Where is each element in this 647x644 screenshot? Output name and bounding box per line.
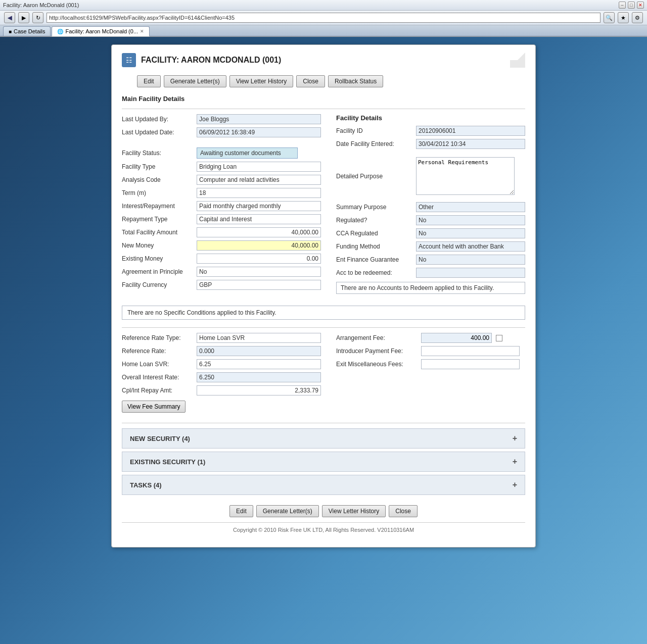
close-button[interactable]: Close — [296, 75, 325, 87]
maximize-button[interactable]: □ — [628, 2, 635, 9]
ent-finance-value[interactable] — [416, 255, 525, 265]
arrangement-fee-checkbox[interactable] — [496, 335, 502, 341]
analysis-code-row: Analysis Code — [122, 175, 321, 185]
last-updated-by-row: Last Updated By: — [122, 114, 321, 124]
fee-section: Arrangement Fee: Introducer Payment Fee:… — [326, 333, 525, 413]
last-updated-by-value[interactable] — [197, 114, 321, 124]
conditions-box: There are no Specific Conditions applied… — [122, 306, 525, 320]
facility-id-value[interactable] — [416, 126, 525, 136]
favorites-icon[interactable]: ★ — [618, 12, 629, 23]
ref-rate-type-row: Reference Rate Type: — [122, 333, 321, 343]
footer-close-button[interactable]: Close — [389, 505, 418, 517]
ref-rate-value[interactable] — [197, 346, 321, 356]
footer-edit-button[interactable]: Edit — [229, 505, 253, 517]
address-bar: ◀ ▶ ↻ 🔍 ★ ⚙ — [0, 11, 647, 25]
accordion-existing-security[interactable]: EXISTING SECURITY (1) + — [122, 452, 525, 472]
edit-button[interactable]: Edit — [137, 75, 161, 87]
cca-value[interactable] — [416, 228, 525, 238]
interest-label: Interest/Repayment — [122, 203, 193, 210]
arrangement-fee-value[interactable] — [421, 333, 492, 343]
generate-letters-button[interactable]: Generate Letter(s) — [164, 75, 226, 87]
cpl-repay-value[interactable] — [197, 385, 321, 395]
forward-button[interactable]: ▶ — [18, 12, 29, 23]
last-updated-date-label: Last Updated Date: — [122, 129, 193, 136]
overall-rate-label: Overall Interest Rate: — [122, 374, 193, 381]
exit-misc-row: Exit Miscellaneous Fees: — [336, 359, 525, 369]
accordion-tasks-expand-icon: + — [513, 480, 517, 489]
settings-icon[interactable]: ⚙ — [632, 12, 643, 23]
view-fee-summary-button[interactable]: View Fee Summary — [122, 401, 186, 413]
home-loan-value[interactable] — [197, 359, 321, 369]
agreement-value[interactable] — [197, 267, 321, 277]
currency-label: Facility Currency — [122, 281, 193, 288]
overall-rate-value[interactable] — [197, 372, 321, 382]
ref-rate-type-value[interactable] — [197, 333, 321, 343]
accordion-tasks[interactable]: TASKS (4) + — [122, 475, 525, 495]
funding-method-value[interactable] — [416, 241, 525, 252]
accordion-new-security-expand-icon: + — [513, 434, 517, 443]
accordion-new-security-title: NEW SECURITY (4) — [130, 435, 190, 442]
agreement-row: Agreement in Principle — [122, 267, 321, 277]
facility-type-value[interactable] — [197, 162, 321, 172]
repayment-type-value[interactable] — [197, 214, 321, 224]
facility-status-row: Facility Status: Awaiting customer docum… — [122, 147, 321, 159]
total-facility-label: Total Facility Amount — [122, 229, 193, 236]
left-column: Last Updated By: Last Updated Date: Faci… — [122, 114, 321, 298]
rollback-status-button[interactable]: Rollback Status — [328, 75, 383, 87]
introducer-fee-value[interactable] — [421, 346, 520, 356]
last-updated-by-label: Last Updated By: — [122, 116, 193, 123]
cpl-repay-row: Cpl/Int Repay Amt: — [122, 385, 321, 395]
footer-generate-button[interactable]: Generate Letter(s) — [256, 505, 319, 517]
arrangement-fee-row: Arrangement Fee: — [336, 333, 525, 343]
repayment-type-label: Repayment Type — [122, 216, 193, 223]
date-entered-value[interactable] — [416, 139, 525, 149]
agreement-label: Agreement in Principle — [122, 268, 193, 275]
ref-rate-label: Reference Rate: — [122, 348, 193, 355]
minimize-button[interactable]: – — [619, 2, 626, 9]
accordion-new-security[interactable]: NEW SECURITY (4) + — [122, 428, 525, 449]
total-facility-value[interactable] — [197, 227, 321, 237]
url-input[interactable] — [47, 13, 600, 23]
footer-history-button[interactable]: View Letter History — [322, 505, 386, 517]
page-footer: Copyright © 2010 Risk Free UK LTD, All R… — [122, 522, 525, 537]
refresh-button[interactable]: ↻ — [32, 12, 43, 23]
summary-purpose-value[interactable] — [416, 202, 525, 212]
funding-method-row: Funding Method — [336, 241, 525, 252]
tab-close-icon[interactable]: ✕ — [140, 29, 144, 34]
interest-value[interactable] — [197, 201, 321, 211]
page-title-row: ☷ FACILITY: AARON MCDONALD (001) — [122, 53, 525, 68]
acc-redeemed-value[interactable] — [416, 268, 525, 278]
analysis-code-value[interactable] — [197, 175, 321, 185]
existing-money-value[interactable] — [197, 254, 321, 264]
rate-section: Reference Rate Type: Reference Rate: Hom… — [122, 333, 321, 413]
browser-titlebar: Facility: Aaron McDonald (001) – □ ✕ — [0, 0, 647, 11]
home-loan-row: Home Loan SVR: — [122, 359, 321, 369]
tab-icon-case: ■ — [9, 29, 12, 34]
page-title: FACILITY: AARON MCDONALD (001) — [141, 56, 281, 65]
new-money-value[interactable] — [197, 240, 321, 251]
currency-value[interactable] — [197, 280, 321, 290]
close-window-button[interactable]: ✕ — [637, 2, 644, 9]
footer-toolbar: Edit Generate Letter(s) View Letter Hist… — [122, 505, 525, 517]
detailed-purpose-value[interactable]: Personal Requirements — [416, 157, 515, 195]
tab-case-details[interactable]: ■ Case Details — [3, 26, 51, 36]
funding-method-label: Funding Method — [336, 243, 412, 250]
facility-status-value: Awaiting customer documents — [197, 147, 298, 159]
accordion-tasks-title: TASKS (4) — [130, 481, 162, 489]
exit-misc-label: Exit Miscellaneous Fees: — [336, 361, 417, 368]
tabs-bar: ■ Case Details 🌐 Facility: Aaron McDonal… — [0, 25, 647, 36]
view-letter-history-button[interactable]: View Letter History — [229, 75, 293, 87]
back-button[interactable]: ◀ — [4, 12, 15, 23]
term-value[interactable] — [197, 188, 321, 198]
date-entered-label: Date Facility Entered: — [336, 140, 412, 147]
last-updated-date-value[interactable] — [197, 127, 321, 137]
repayment-type-row: Repayment Type — [122, 214, 321, 224]
search-icon[interactable]: 🔍 — [604, 12, 615, 23]
regulated-value[interactable] — [416, 215, 525, 225]
tab-facility[interactable]: 🌐 Facility: Aaron McDonald (0... ✕ — [52, 26, 150, 36]
existing-money-label: Existing Money — [122, 255, 193, 262]
exit-misc-value[interactable] — [421, 359, 520, 369]
term-label: Term (m) — [122, 189, 193, 196]
detailed-purpose-row: Detailed Purpose Personal Requirements — [336, 157, 525, 195]
acc-redeemed-label: Acc to be redeemed: — [336, 269, 412, 276]
